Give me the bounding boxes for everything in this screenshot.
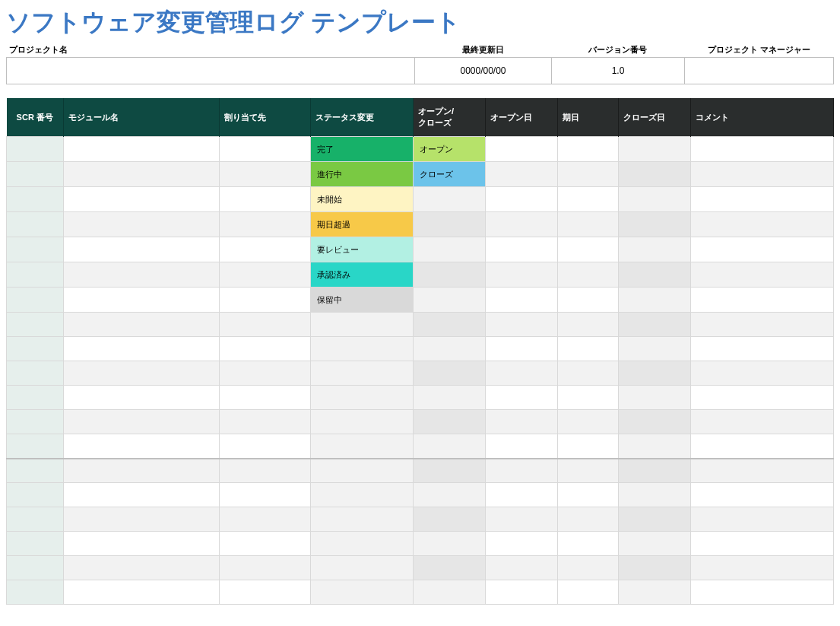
cell[interactable] bbox=[558, 556, 619, 580]
cell[interactable] bbox=[64, 410, 220, 434]
cell[interactable] bbox=[220, 137, 311, 162]
cell[interactable] bbox=[558, 532, 619, 556]
value-version[interactable]: 1.0 bbox=[552, 58, 685, 84]
cell[interactable] bbox=[220, 262, 311, 288]
status-chip[interactable]: 保留中 bbox=[311, 288, 413, 312]
cell[interactable] bbox=[7, 237, 64, 262]
cell[interactable] bbox=[64, 137, 220, 162]
cell[interactable] bbox=[414, 288, 486, 313]
cell[interactable] bbox=[7, 187, 64, 212]
cell[interactable] bbox=[558, 459, 619, 483]
cell[interactable] bbox=[619, 580, 691, 605]
cell[interactable] bbox=[558, 483, 619, 507]
cell[interactable] bbox=[7, 162, 64, 187]
cell[interactable] bbox=[7, 580, 64, 605]
cell[interactable] bbox=[691, 483, 834, 507]
cell[interactable]: 保留中 bbox=[311, 288, 414, 313]
cell[interactable] bbox=[64, 288, 220, 313]
cell[interactable] bbox=[691, 313, 834, 337]
cell[interactable] bbox=[691, 237, 834, 262]
cell[interactable] bbox=[486, 137, 558, 162]
cell[interactable] bbox=[64, 434, 220, 459]
cell[interactable]: 要レビュー bbox=[311, 237, 414, 262]
cell[interactable] bbox=[691, 556, 834, 580]
cell[interactable] bbox=[691, 262, 834, 288]
value-project[interactable] bbox=[7, 58, 415, 84]
cell[interactable]: 進行中 bbox=[311, 162, 414, 187]
cell[interactable] bbox=[414, 459, 486, 483]
cell[interactable] bbox=[64, 237, 220, 262]
cell[interactable] bbox=[558, 262, 619, 288]
cell[interactable] bbox=[486, 532, 558, 556]
cell[interactable] bbox=[64, 212, 220, 237]
cell[interactable] bbox=[558, 410, 619, 434]
cell[interactable] bbox=[414, 337, 486, 361]
cell[interactable] bbox=[619, 410, 691, 434]
cell[interactable]: 承認済み bbox=[311, 262, 414, 288]
cell[interactable] bbox=[414, 386, 486, 410]
cell[interactable] bbox=[558, 212, 619, 237]
cell[interactable] bbox=[558, 386, 619, 410]
cell[interactable] bbox=[619, 361, 691, 386]
cell[interactable] bbox=[64, 386, 220, 410]
cell[interactable] bbox=[311, 507, 414, 532]
cell[interactable] bbox=[64, 337, 220, 361]
cell[interactable]: 完了 bbox=[311, 137, 414, 162]
cell[interactable] bbox=[7, 288, 64, 313]
cell[interactable] bbox=[486, 313, 558, 337]
cell[interactable] bbox=[486, 162, 558, 187]
status-chip[interactable]: 未開始 bbox=[311, 187, 413, 211]
cell[interactable] bbox=[691, 187, 834, 212]
cell[interactable] bbox=[486, 262, 558, 288]
cell[interactable] bbox=[7, 434, 64, 459]
cell[interactable] bbox=[691, 361, 834, 386]
cell[interactable] bbox=[691, 507, 834, 532]
cell[interactable] bbox=[311, 483, 414, 507]
cell[interactable]: オープン bbox=[414, 137, 486, 162]
cell[interactable] bbox=[619, 532, 691, 556]
cell[interactable] bbox=[311, 337, 414, 361]
cell[interactable] bbox=[691, 386, 834, 410]
cell[interactable] bbox=[691, 434, 834, 459]
cell[interactable] bbox=[619, 187, 691, 212]
cell[interactable] bbox=[619, 434, 691, 459]
cell[interactable] bbox=[619, 162, 691, 187]
cell[interactable] bbox=[619, 212, 691, 237]
cell[interactable] bbox=[414, 483, 486, 507]
value-manager[interactable] bbox=[685, 58, 833, 84]
cell[interactable] bbox=[7, 262, 64, 288]
cell[interactable] bbox=[558, 288, 619, 313]
status-chip[interactable]: 完了 bbox=[311, 137, 413, 161]
cell[interactable] bbox=[220, 212, 311, 237]
cell[interactable]: 期日超過 bbox=[311, 212, 414, 237]
cell[interactable] bbox=[311, 556, 414, 580]
cell[interactable] bbox=[220, 483, 311, 507]
cell[interactable] bbox=[220, 361, 311, 386]
cell[interactable] bbox=[558, 580, 619, 605]
cell[interactable] bbox=[64, 532, 220, 556]
cell[interactable] bbox=[64, 262, 220, 288]
cell[interactable] bbox=[619, 313, 691, 337]
cell[interactable] bbox=[311, 580, 414, 605]
cell[interactable] bbox=[486, 361, 558, 386]
cell[interactable] bbox=[64, 361, 220, 386]
cell[interactable] bbox=[64, 459, 220, 483]
cell[interactable] bbox=[619, 483, 691, 507]
cell[interactable] bbox=[7, 337, 64, 361]
cell[interactable] bbox=[220, 313, 311, 337]
cell[interactable] bbox=[7, 313, 64, 337]
cell[interactable] bbox=[619, 337, 691, 361]
cell[interactable] bbox=[486, 410, 558, 434]
cell[interactable] bbox=[311, 361, 414, 386]
cell[interactable] bbox=[486, 237, 558, 262]
cell[interactable] bbox=[691, 580, 834, 605]
cell[interactable] bbox=[220, 434, 311, 459]
cell[interactable] bbox=[619, 556, 691, 580]
cell[interactable] bbox=[691, 288, 834, 313]
cell[interactable] bbox=[619, 288, 691, 313]
cell[interactable] bbox=[486, 337, 558, 361]
status-chip[interactable]: 承認済み bbox=[311, 262, 413, 287]
cell[interactable] bbox=[619, 262, 691, 288]
cell[interactable] bbox=[619, 386, 691, 410]
cell[interactable] bbox=[7, 410, 64, 434]
